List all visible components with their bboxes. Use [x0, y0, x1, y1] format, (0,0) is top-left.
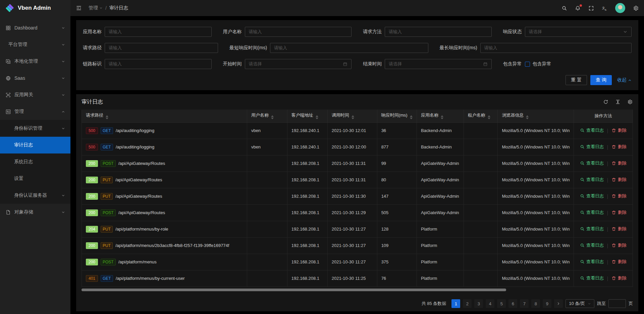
delete-button[interactable]: 删除: [611, 226, 627, 232]
delete-button[interactable]: 删除: [611, 209, 627, 215]
user-avatar[interactable]: [615, 3, 625, 13]
column-header[interactable]: 用户名称: [247, 110, 287, 122]
view-log-button[interactable]: 查看日志: [580, 275, 604, 281]
search-icon[interactable]: [561, 5, 567, 11]
date-picker[interactable]: 请选择: [385, 59, 492, 69]
page-button[interactable]: 1: [451, 299, 460, 308]
chevron-down-icon: [61, 210, 65, 214]
sidebar-item-label: 应用网关: [14, 92, 61, 98]
column-header-label: 请求路径: [86, 113, 103, 118]
view-log-label: 查看日志: [586, 160, 604, 166]
app-name-cell: ApiGateWay-Admin: [417, 155, 464, 172]
refresh-icon[interactable]: [603, 99, 609, 105]
sidebar-item[interactable]: 对象存储: [0, 204, 70, 221]
view-log-button[interactable]: 查看日志: [580, 193, 604, 199]
jump-page-input[interactable]: [608, 299, 626, 308]
reset-button[interactable]: 重 置: [566, 75, 587, 85]
text-input[interactable]: 请输入: [245, 27, 352, 37]
delete-button[interactable]: 删除: [611, 144, 627, 150]
view-log-button[interactable]: 查看日志: [580, 209, 604, 215]
filter-row: 应用名称请输入用户名称请输入请求方法请输入响应状态请选择: [83, 27, 632, 37]
page-button[interactable]: 4: [486, 299, 494, 308]
filter-field-label: 请求路径: [83, 45, 102, 51]
sidebar-item[interactable]: 本地化管理: [0, 53, 70, 70]
sidebar-item[interactable]: 设置: [0, 170, 70, 187]
text-input[interactable]: 请输入: [480, 43, 632, 53]
status-select[interactable]: 请选择: [525, 27, 632, 37]
view-log-button[interactable]: 查看日志: [580, 242, 604, 248]
collapse-panel-link[interactable]: 收起: [617, 77, 632, 83]
user-name-cell: vben: [247, 139, 287, 155]
scrollbar-thumb[interactable]: [82, 289, 506, 291]
translate-icon[interactable]: 文A: [602, 5, 607, 11]
sort-carets-icon: [316, 115, 318, 119]
sidebar-item[interactable]: 系统日志: [0, 153, 70, 170]
chevron-down-icon: [61, 26, 65, 30]
column-header[interactable]: 请求路径: [82, 110, 247, 122]
sidebar-item[interactable]: Dashboard: [0, 19, 70, 36]
filter-panel: 应用名称请输入用户名称请输入请求方法请输入响应状态请选择请求路径请输入最短响应时…: [76, 20, 638, 90]
page-button[interactable]: 9: [543, 299, 551, 308]
row-height-icon[interactable]: [615, 99, 621, 105]
column-header[interactable]: 浏览器信息: [498, 110, 574, 122]
menu-fold-icon[interactable]: [76, 5, 82, 11]
notification-bell-icon[interactable]: [575, 5, 581, 11]
page-size-select[interactable]: 10 条/页: [566, 299, 594, 308]
view-log-button[interactable]: 查看日志: [580, 127, 604, 133]
sidebar-item[interactable]: 应用网关: [0, 86, 70, 103]
brand[interactable]: Vben Admin: [0, 0, 70, 16]
page-button[interactable]: 5: [497, 299, 506, 308]
column-settings-gear-icon[interactable]: [627, 99, 633, 105]
app-name-cell: Platform: [417, 254, 464, 270]
settings-gear-icon[interactable]: [633, 5, 639, 11]
page-button[interactable]: 6: [508, 299, 517, 308]
delete-button[interactable]: 删除: [611, 275, 627, 281]
sort-descend-caret: [488, 118, 490, 119]
breadcrumb-section[interactable]: 管理: [89, 5, 103, 11]
column-header[interactable]: 租户名称: [464, 110, 498, 122]
chevron-down-icon: [588, 302, 591, 305]
page-button[interactable]: 8: [531, 299, 540, 308]
sidebar-menu: Dashboard平台管理本地化管理Saas应用网关管理身份标识管理审计日志系统…: [0, 16, 70, 221]
view-log-button[interactable]: 查看日志: [580, 144, 604, 150]
view-log-button[interactable]: 查看日志: [580, 259, 604, 265]
exception-checkbox[interactable]: [525, 62, 530, 67]
view-log-button[interactable]: 查看日志: [580, 177, 604, 183]
text-input[interactable]: 请输入: [105, 27, 212, 37]
view-log-button[interactable]: 查看日志: [580, 226, 604, 232]
checkbox-label: 包含异常: [533, 61, 551, 67]
next-page-button[interactable]: [554, 299, 563, 308]
client-address-cell: 192.168.240.1: [287, 122, 327, 139]
text-input[interactable]: 请输入: [105, 59, 212, 69]
search-button[interactable]: 查 询: [590, 75, 612, 85]
view-log-button[interactable]: 查看日志: [580, 160, 604, 166]
sidebar-item[interactable]: 身份标识管理: [0, 120, 70, 137]
delete-button[interactable]: 删除: [611, 193, 627, 199]
column-header[interactable]: 响应时间(ms): [377, 110, 417, 122]
text-input[interactable]: 请输入: [385, 27, 492, 37]
sidebar-item[interactable]: 管理: [0, 103, 70, 120]
column-header[interactable]: 客户端地址: [287, 110, 327, 122]
delete-button[interactable]: 删除: [611, 160, 627, 166]
text-input[interactable]: 请输入: [105, 43, 218, 53]
column-header[interactable]: 应用名称: [417, 110, 464, 122]
sidebar-item[interactable]: 平台管理: [0, 36, 70, 53]
tenant-name-cell: [464, 254, 498, 270]
text-input[interactable]: 请输入: [270, 43, 428, 53]
request-path: /api/platform/menus: [118, 259, 157, 264]
delete-button[interactable]: 删除: [611, 242, 627, 248]
fullscreen-icon[interactable]: [588, 5, 594, 11]
delete-button[interactable]: 删除: [611, 259, 627, 265]
date-picker[interactable]: 请选择: [245, 59, 352, 69]
sidebar-item[interactable]: Saas: [0, 70, 70, 86]
delete-button[interactable]: 删除: [611, 177, 627, 183]
filter-field: 包含异常包含异常: [503, 59, 632, 69]
sidebar-item[interactable]: 审计日志: [0, 137, 70, 153]
page-button[interactable]: 2: [463, 299, 472, 308]
page-button[interactable]: 3: [474, 299, 483, 308]
page-button[interactable]: 7: [520, 299, 529, 308]
column-header[interactable]: 调用时间: [327, 110, 377, 122]
sidebar-item[interactable]: 身份认证服务器: [0, 187, 70, 204]
delete-button[interactable]: 删除: [611, 127, 627, 133]
column-header-label: 浏览器信息: [502, 113, 524, 118]
